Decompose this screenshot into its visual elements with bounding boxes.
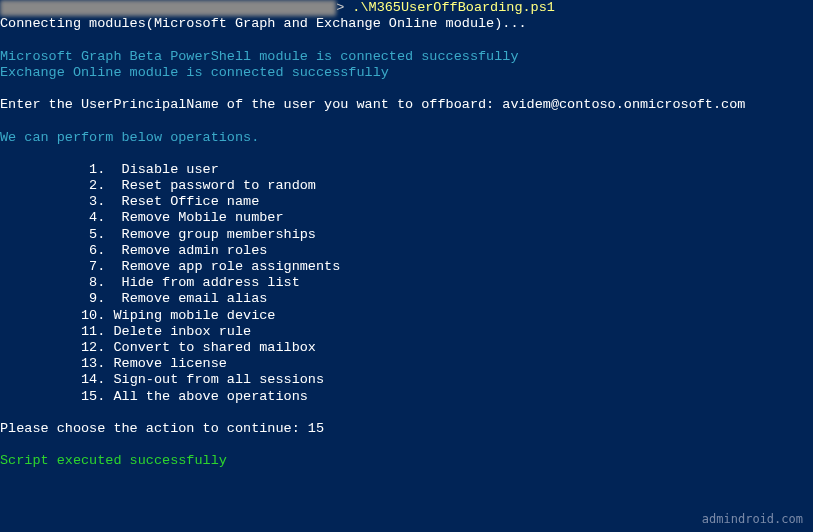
action-prompt-label: Please choose the action to continue:: [0, 421, 308, 436]
op-num: 1.: [81, 162, 105, 177]
op-label: Remove admin roles: [122, 243, 268, 258]
op-num: 15.: [81, 389, 105, 404]
exo-connected-line: Exchange Online module is connected succ…: [0, 65, 813, 81]
powershell-terminal[interactable]: C:\Users\ArunachalamSekar\Desktop\Script…: [0, 0, 813, 469]
operation-item: 9. Remove email alias: [0, 291, 813, 307]
op-num: 12.: [81, 340, 105, 355]
op-label: All the above operations: [113, 389, 307, 404]
operation-item: 8. Hide from address list: [0, 275, 813, 291]
op-num: 13.: [81, 356, 105, 371]
operation-item: 15. All the above operations: [0, 389, 813, 405]
operations-header: We can perform below operations.: [0, 130, 813, 146]
upn-prompt-line: Enter the UserPrincipalName of the user …: [0, 97, 813, 113]
op-label: Hide from address list: [122, 275, 300, 290]
action-prompt-line: Please choose the action to continue: 15: [0, 421, 813, 437]
op-label: Remove Mobile number: [122, 210, 284, 225]
operation-item: 7. Remove app role assignments: [0, 259, 813, 275]
op-num: 10.: [81, 308, 105, 323]
op-num: 14.: [81, 372, 105, 387]
prompt-line: C:\Users\ArunachalamSekar\Desktop\Script…: [0, 0, 813, 16]
prompt-path-blurred: C:\Users\ArunachalamSekar\Desktop\Script…: [0, 0, 336, 16]
op-label: Delete inbox rule: [113, 324, 251, 339]
op-label: Disable user: [122, 162, 219, 177]
op-label: Wiping mobile device: [113, 308, 275, 323]
upn-value: avidem@contoso.onmicrosoft.com: [502, 97, 745, 112]
watermark: admindroid.com: [702, 512, 803, 526]
operation-item: 1. Disable user: [0, 162, 813, 178]
prompt-caret: >: [336, 0, 352, 15]
op-num: 11.: [81, 324, 105, 339]
operation-item: 11. Delete inbox rule: [0, 324, 813, 340]
operation-item: 10. Wiping mobile device: [0, 308, 813, 324]
op-label: Remove license: [113, 356, 226, 371]
command-text: .\M365UserOffBoarding.ps1: [352, 0, 555, 15]
operation-item: 14. Sign-out from all sessions: [0, 372, 813, 388]
operation-item: 6. Remove admin roles: [0, 243, 813, 259]
op-label: Remove app role assignments: [122, 259, 341, 274]
op-num: 8.: [81, 275, 105, 290]
op-label: Convert to shared mailbox: [113, 340, 316, 355]
op-num: 9.: [81, 291, 105, 306]
op-num: 2.: [81, 178, 105, 193]
operation-item: 2. Reset password to random: [0, 178, 813, 194]
op-label: Reset Office name: [122, 194, 260, 209]
blank-line: [0, 437, 813, 453]
upn-prompt-label: Enter the UserPrincipalName of the user …: [0, 97, 502, 112]
operation-item: 3. Reset Office name: [0, 194, 813, 210]
operation-item: 4. Remove Mobile number: [0, 210, 813, 226]
op-label: Remove group memberships: [122, 227, 316, 242]
graph-connected-line: Microsoft Graph Beta PowerShell module i…: [0, 49, 813, 65]
action-value: 15: [308, 421, 324, 436]
op-num: 3.: [81, 194, 105, 209]
operations-list: 1. Disable user 2. Reset password to ran…: [0, 162, 813, 405]
op-num: 7.: [81, 259, 105, 274]
blank-line: [0, 81, 813, 97]
success-line: Script executed successfully: [0, 453, 813, 469]
blank-line: [0, 146, 813, 162]
operation-item: 13. Remove license: [0, 356, 813, 372]
op-num: 4.: [81, 210, 105, 225]
op-num: 6.: [81, 243, 105, 258]
blank-line: [0, 32, 813, 48]
op-label: Remove email alias: [122, 291, 268, 306]
blank-line: [0, 113, 813, 129]
operation-item: 12. Convert to shared mailbox: [0, 340, 813, 356]
blank-line: [0, 405, 813, 421]
op-label: Sign-out from all sessions: [113, 372, 324, 387]
op-label: Reset password to random: [122, 178, 316, 193]
connecting-modules-line: Connecting modules(Microsoft Graph and E…: [0, 16, 813, 32]
op-num: 5.: [81, 227, 105, 242]
operation-item: 5. Remove group memberships: [0, 227, 813, 243]
